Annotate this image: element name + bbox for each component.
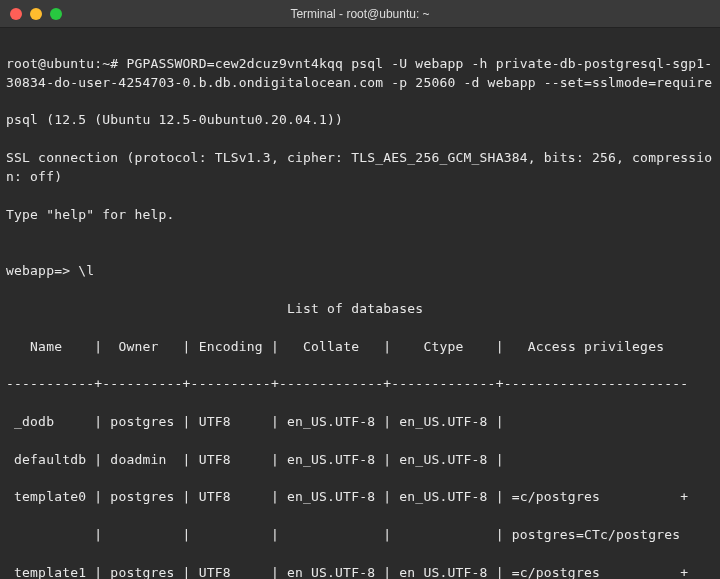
table-row: template0 | postgres | UTF8 | en_US.UTF-… bbox=[6, 488, 714, 507]
close-icon[interactable] bbox=[10, 8, 22, 20]
table-row: defaultdb | doadmin | UTF8 | en_US.UTF-8… bbox=[6, 451, 714, 470]
minimize-icon[interactable] bbox=[30, 8, 42, 20]
table-header: Name | Owner | Encoding | Collate | Ctyp… bbox=[6, 338, 714, 357]
window-title: Terminal - root@ubuntu: ~ bbox=[0, 7, 720, 21]
shell-command-line: root@ubuntu:~# PGPASSWORD=cew2dcuz9vnt4k… bbox=[6, 55, 714, 93]
terminal-output[interactable]: root@ubuntu:~# PGPASSWORD=cew2dcuz9vnt4k… bbox=[0, 28, 720, 579]
list-databases-command: webapp=> \l bbox=[6, 262, 714, 281]
table-row: _dodb | postgres | UTF8 | en_US.UTF-8 | … bbox=[6, 413, 714, 432]
help-hint-line: Type "help" for help. bbox=[6, 206, 714, 225]
table-row-continuation: | | | | | postgres=CTc/postgres bbox=[6, 526, 714, 545]
maximize-icon[interactable] bbox=[50, 8, 62, 20]
table-title: List of databases bbox=[6, 300, 714, 319]
window-titlebar: Terminal - root@ubuntu: ~ bbox=[0, 0, 720, 28]
window-controls bbox=[10, 8, 62, 20]
ssl-connection-line: SSL connection (protocol: TLSv1.3, ciphe… bbox=[6, 149, 714, 187]
table-separator: -----------+----------+----------+------… bbox=[6, 375, 714, 394]
table-row: template1 | postgres | UTF8 | en_US.UTF-… bbox=[6, 564, 714, 579]
psql-version-line: psql (12.5 (Ubuntu 12.5-0ubuntu0.20.04.1… bbox=[6, 111, 714, 130]
